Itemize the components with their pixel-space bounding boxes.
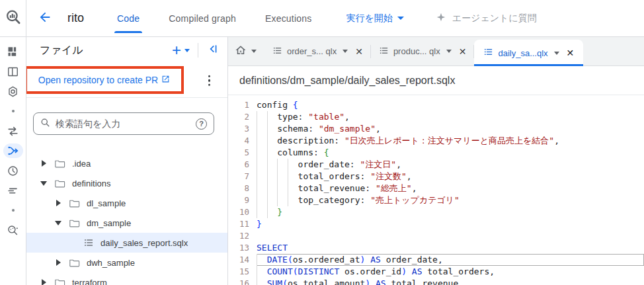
history-clock-icon[interactable] bbox=[5, 163, 22, 178]
dataform-workspace: rito CodeCompiled graphExecutions 実行を開始 … bbox=[0, 0, 644, 285]
expand-arrow-down-icon[interactable] bbox=[53, 221, 63, 225]
open-repository-link[interactable]: Open repository to create PR bbox=[38, 75, 170, 85]
home-tab-button[interactable] bbox=[228, 37, 264, 65]
expand-arrow-right-icon[interactable] bbox=[38, 160, 49, 167]
folder-icon bbox=[54, 179, 65, 188]
left-icon-rail bbox=[0, 37, 26, 285]
table-file-icon bbox=[83, 237, 94, 248]
external-link-icon bbox=[161, 75, 170, 85]
tree-folder-terraform[interactable]: terraform bbox=[26, 272, 227, 285]
editor-tab-1[interactable]: order_s... qlx✕ bbox=[264, 37, 371, 65]
code-line-4[interactable]: 4 description: "日次売上レポート：注文サマリーと商品売上を結合"… bbox=[228, 135, 644, 147]
editor-tab-2[interactable]: produc... qlx✕ bbox=[371, 37, 475, 65]
line-number: 15 bbox=[228, 266, 249, 278]
collapse-panel-button[interactable] bbox=[206, 42, 220, 58]
code-line-11[interactable]: 11} bbox=[228, 218, 644, 230]
search-input[interactable] bbox=[56, 118, 190, 129]
tree-folder-dwh-sample[interactable]: dwh_sample bbox=[26, 253, 227, 272]
tree-item-label: .idea bbox=[72, 159, 91, 169]
code-line-content: total_revenue: "総売上", bbox=[257, 183, 644, 194]
start-execution-label: 実行を開始 bbox=[346, 13, 392, 24]
line-number: 9 bbox=[228, 194, 249, 206]
line-number: 10 bbox=[228, 206, 249, 218]
tab-executions[interactable]: Executions bbox=[251, 0, 326, 36]
chevron-down-icon[interactable] bbox=[446, 50, 452, 53]
close-tab-icon[interactable]: ✕ bbox=[459, 47, 467, 56]
branch-merge-icon[interactable] bbox=[3, 143, 23, 158]
workspace-title: rito bbox=[67, 0, 84, 36]
expand-arrow-right-icon[interactable] bbox=[53, 200, 63, 206]
table-file-icon bbox=[379, 46, 389, 58]
code-line-3[interactable]: 3 schema: "dm_sample", bbox=[228, 123, 644, 135]
dot-indicator bbox=[5, 104, 22, 118]
code-line-16[interactable]: 16 SUM(os.total_amount) AS total_revenue… bbox=[228, 278, 644, 285]
line-number: 2 bbox=[228, 111, 249, 123]
dot-indicator bbox=[5, 203, 22, 218]
start-execution-menu[interactable]: 実行を開始 bbox=[346, 0, 403, 36]
help-icon[interactable]: ? bbox=[196, 118, 207, 130]
file-search-box: ? bbox=[33, 112, 214, 135]
close-tab-icon[interactable]: ✕ bbox=[355, 47, 363, 56]
repo-link-row: Open repository to create PR bbox=[26, 63, 227, 98]
files-panel-header: ファイル + bbox=[26, 37, 227, 63]
tree-folder--idea[interactable]: .idea bbox=[26, 153, 227, 173]
folder-icon bbox=[69, 198, 80, 208]
app-logo[interactable] bbox=[0, 0, 26, 37]
code-line-8[interactable]: 8 total_revenue: "総売上", bbox=[228, 183, 644, 194]
expand-arrow-right-icon[interactable] bbox=[53, 259, 63, 266]
settings-gear-icon[interactable] bbox=[5, 84, 22, 99]
tree-folder-dm-sample[interactable]: dm_sample bbox=[26, 213, 227, 233]
chevron-down-icon[interactable] bbox=[554, 52, 559, 55]
code-line-content: columns: { bbox=[257, 147, 644, 159]
compare-arrows-icon[interactable] bbox=[5, 124, 22, 138]
chevron-down-icon bbox=[184, 49, 190, 52]
code-line-content: SELECT bbox=[257, 242, 644, 254]
tree-item-label: terraform bbox=[72, 278, 107, 285]
tab-compiled-graph[interactable]: Compiled graph bbox=[154, 0, 251, 36]
kebab-icon bbox=[208, 75, 211, 77]
code-line-7[interactable]: 7 total_orders: "注文数", bbox=[228, 171, 644, 183]
explore-search-icon[interactable] bbox=[5, 223, 22, 237]
code-line-13[interactable]: 13SELECT bbox=[228, 242, 644, 254]
chevron-down-icon bbox=[251, 50, 257, 53]
tree-item-label: dm_sample bbox=[87, 218, 131, 228]
code-line-content: top_category: "売上トップカテゴリ" bbox=[257, 194, 644, 206]
code-line-content: description: "日次売上レポート：注文サマリーと商品売上を結合", bbox=[257, 135, 644, 147]
chevron-down-icon[interactable] bbox=[342, 50, 348, 53]
table-file-icon bbox=[483, 47, 493, 59]
code-line-1[interactable]: 1config { bbox=[228, 99, 644, 111]
layout-columns-icon[interactable] bbox=[5, 64, 22, 79]
code-line-12[interactable]: 12 bbox=[228, 230, 644, 242]
code-line-6[interactable]: 6 order_date: "注文日", bbox=[228, 159, 644, 171]
code-line-15[interactable]: 15 COUNT(DISTINCT os.order_id) AS total_… bbox=[228, 266, 644, 278]
code-line-5[interactable]: 5 columns: { bbox=[228, 147, 644, 159]
ask-agent-button[interactable]: エージェントに質問 bbox=[436, 0, 537, 36]
line-number: 16 bbox=[228, 278, 249, 285]
expand-arrow-right-icon[interactable] bbox=[38, 279, 49, 285]
tree-folder-dl-sample[interactable]: dl_sample bbox=[26, 193, 227, 213]
expand-arrow-down-icon[interactable] bbox=[38, 181, 49, 186]
code-line-content bbox=[257, 230, 644, 242]
code-editor[interactable]: 1config {2 type: "table",3 schema: "dm_s… bbox=[228, 95, 644, 285]
plus-icon: + bbox=[172, 44, 181, 57]
line-number: 4 bbox=[228, 135, 249, 147]
tab-code[interactable]: Code bbox=[102, 0, 154, 36]
code-line-14[interactable]: 14 DATE(os.ordered_at) AS order_date, bbox=[228, 254, 644, 266]
add-file-button[interactable]: + bbox=[172, 44, 190, 57]
back-button[interactable] bbox=[32, 0, 58, 36]
code-line-content: schema: "dm_sample", bbox=[257, 123, 644, 135]
logs-lines-icon[interactable] bbox=[5, 183, 22, 198]
top-header: rito CodeCompiled graphExecutions 実行を開始 … bbox=[0, 0, 644, 37]
code-line-9[interactable]: 9 top_category: "売上トップカテゴリ" bbox=[228, 194, 644, 206]
code-line-2[interactable]: 2 type: "table", bbox=[228, 111, 644, 123]
close-tab-icon[interactable]: ✕ bbox=[567, 48, 575, 58]
collapse-left-icon bbox=[206, 42, 220, 58]
editor-tab-3[interactable]: daily_sa...qlx✕ bbox=[474, 40, 583, 66]
more-options-button[interactable] bbox=[206, 72, 214, 89]
tree-file-daily-sales-report-sqlx[interactable]: daily_sales_report.sqlx bbox=[26, 233, 227, 253]
modules-icon[interactable] bbox=[5, 44, 22, 59]
code-line-10[interactable]: 10 } bbox=[228, 206, 644, 218]
line-number: 1 bbox=[228, 99, 249, 111]
code-line-content: COUNT(DISTINCT os.order_id) AS total_ord… bbox=[257, 266, 644, 278]
tree-folder-definitions[interactable]: definitions bbox=[26, 173, 227, 193]
